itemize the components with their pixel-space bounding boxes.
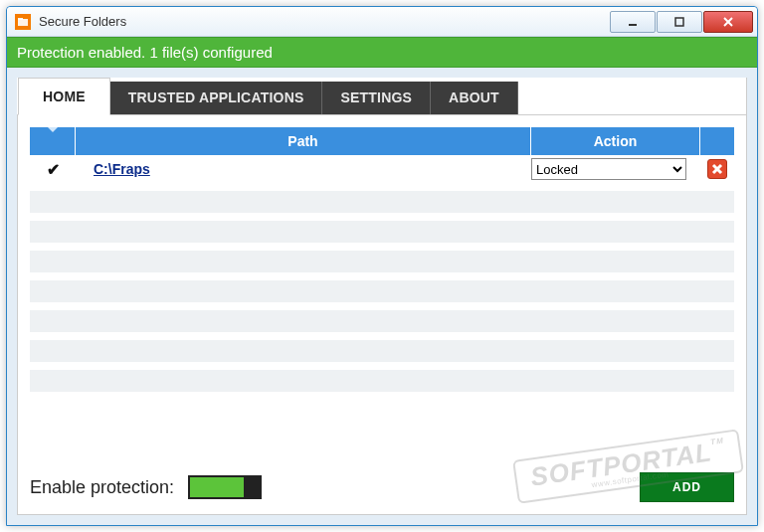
empty-row — [30, 310, 734, 332]
toggle-off-segment — [244, 477, 260, 497]
header-check-column[interactable] — [30, 127, 76, 155]
row-checkbox[interactable]: ✔ — [44, 160, 62, 178]
minimize-button[interactable] — [610, 11, 656, 33]
action-select[interactable]: Locked — [531, 158, 686, 180]
path-link[interactable]: C:\Fraps — [94, 161, 150, 177]
empty-row — [30, 191, 734, 213]
app-icon — [15, 14, 31, 30]
enable-protection-toggle[interactable] — [188, 475, 262, 499]
header-path[interactable]: Path — [76, 127, 531, 155]
maximize-icon — [673, 16, 685, 28]
toggle-on-segment — [190, 477, 244, 497]
grid-body: ✔ C:\Fraps Locked — [30, 155, 734, 392]
status-bar: Protection enabled. 1 file(s) configured — [7, 37, 757, 68]
row-action-cell: Locked — [531, 158, 700, 180]
x-icon — [711, 163, 723, 175]
enable-protection-label: Enable protection: — [30, 477, 174, 498]
tab-about[interactable]: ABOUT — [431, 82, 518, 114]
content-panel: HOME TRUSTED APPLICATIONS SETTINGS ABOUT… — [17, 78, 747, 515]
tab-home[interactable]: HOME — [18, 78, 110, 115]
svg-rect-3 — [675, 18, 683, 26]
empty-row — [30, 370, 734, 392]
tab-strip: HOME TRUSTED APPLICATIONS SETTINGS ABOUT — [17, 78, 746, 115]
empty-row — [30, 251, 734, 272]
header-action[interactable]: Action — [531, 127, 700, 155]
header-delete-column — [700, 127, 734, 155]
content-outer: HOME TRUSTED APPLICATIONS SETTINGS ABOUT… — [7, 68, 757, 525]
empty-row — [30, 280, 734, 302]
titlebar: Secure Folders — [7, 7, 757, 37]
app-window: Secure Folders Protection enabled. 1 fil… — [6, 6, 758, 526]
footer-bar: Enable protection: ADD — [18, 462, 746, 514]
minimize-icon — [627, 16, 639, 28]
tab-settings[interactable]: SETTINGS — [322, 82, 431, 114]
window-title: Secure Folders — [39, 14, 610, 29]
add-button[interactable]: ADD — [640, 472, 734, 502]
close-icon — [722, 16, 734, 28]
maximize-button[interactable] — [657, 11, 702, 33]
svg-rect-1 — [18, 18, 23, 20]
delete-row-button[interactable] — [707, 159, 727, 179]
svg-rect-0 — [18, 19, 28, 26]
grid-header: Path Action — [30, 127, 734, 155]
table-row: ✔ C:\Fraps Locked — [30, 155, 734, 183]
status-text: Protection enabled. 1 file(s) configured — [17, 44, 273, 61]
window-controls — [610, 11, 753, 33]
tab-trusted-applications[interactable]: TRUSTED APPLICATIONS — [110, 82, 323, 114]
empty-row — [30, 221, 734, 243]
row-delete-cell — [700, 159, 734, 179]
row-path-cell: C:\Fraps — [76, 160, 531, 178]
grid: Path Action ✔ C:\Fraps Lo — [18, 115, 746, 462]
close-button[interactable] — [703, 11, 753, 33]
sort-indicator-icon — [48, 127, 58, 132]
empty-row — [30, 340, 734, 362]
row-checkbox-cell: ✔ — [30, 160, 76, 178]
